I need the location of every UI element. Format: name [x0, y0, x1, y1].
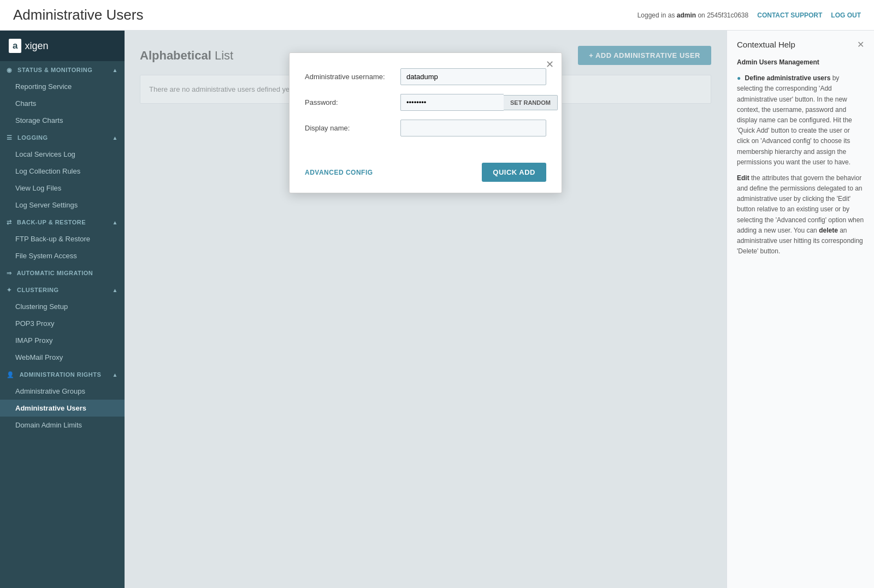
logo-letter: a	[13, 40, 17, 51]
sidebar-item-webmail-proxy[interactable]: WebMail Proxy	[0, 349, 125, 366]
sidebar-item-storage-charts[interactable]: Storage Charts	[0, 112, 125, 129]
topbar-left: Administrative Users	[13, 7, 143, 23]
sidebar-item-domain-admin-limits[interactable]: Domain Admin Limits	[0, 417, 125, 433]
help-panel-close-button[interactable]: ✕	[857, 39, 864, 50]
sidebar-item-pop3-proxy[interactable]: POP3 Proxy	[0, 315, 125, 332]
help-text: Admin Users Management ● Define administ…	[737, 57, 864, 257]
display-name-row: Display name:	[305, 120, 546, 136]
sidebar-item-log-server-settings[interactable]: Log Server Settings	[0, 197, 125, 213]
logo-text: xigen	[25, 40, 48, 52]
admin-rights-icon: 👤	[7, 371, 15, 378]
nav-section-administration-rights[interactable]: 👤 ADMINISTRATION RIGHTS ▲	[0, 366, 125, 383]
help-section-title: Admin Users Management	[737, 58, 819, 66]
display-name-input[interactable]	[400, 120, 546, 136]
modal-body: Administrative username: Password: SET R…	[290, 53, 562, 156]
chevron-up-icon-clustering: ▲	[113, 287, 118, 293]
sidebar-item-charts[interactable]: Charts	[0, 95, 125, 112]
help-panel-title: Contextual Help	[737, 40, 795, 49]
password-label: Password:	[305, 98, 400, 106]
advanced-config-button[interactable]: ADVANCED CONFIG	[305, 169, 373, 176]
topbar: Administrative Users Logged in as admin …	[0, 0, 874, 31]
sidebar-item-local-services-log[interactable]: Local Services Log	[0, 146, 125, 163]
main-layout: a xigen ◉ STATUS & MONITORING ▲ Reportin…	[0, 31, 874, 588]
password-row: Password: SET RANDOM	[305, 94, 546, 111]
logo-box: a	[9, 39, 21, 53]
modal-close-button[interactable]: ✕	[546, 60, 554, 69]
chevron-up-icon-admin: ▲	[113, 372, 118, 378]
clustering-icon: ✦	[7, 287, 12, 293]
page-title: Administrative Users	[13, 7, 143, 23]
nav-section-automatic-migration[interactable]: ⇒ AUTOMATIC MIGRATION	[0, 264, 125, 281]
logging-icon: ☰	[7, 134, 13, 141]
content-area: Alphabetical List + ADD ADMINISTRATIVE U…	[125, 31, 727, 588]
nav-section-status-monitoring[interactable]: ◉ STATUS & MONITORING ▲	[0, 61, 125, 78]
status-monitoring-icon: ◉	[7, 67, 13, 73]
nav-section-clustering[interactable]: ✦ CLUSTERING ▲	[0, 281, 125, 298]
display-name-label: Display name:	[305, 124, 400, 132]
chevron-up-icon-logging: ▲	[113, 135, 118, 141]
sidebar: a xigen ◉ STATUS & MONITORING ▲ Reportin…	[0, 31, 125, 588]
modal-footer: ADVANCED CONFIG QUICK ADD	[290, 156, 562, 193]
sidebar-item-reporting-service[interactable]: Reporting Service	[0, 78, 125, 95]
help-paragraph-2: Edit the attributes that govern the beha…	[737, 173, 864, 257]
help-paragraph-1: ● Define administrative users by selecti…	[737, 73, 864, 168]
sidebar-item-administrative-users[interactable]: Administrative Users	[0, 400, 125, 417]
help-panel: Contextual Help ✕ Admin Users Management…	[727, 31, 874, 588]
topbar-right: Logged in as admin on 2545f31c0638 CONTA…	[637, 11, 861, 19]
password-field-group: SET RANDOM	[400, 94, 558, 111]
sidebar-item-log-collection-rules[interactable]: Log Collection Rules	[0, 163, 125, 180]
sidebar-item-ftp-backup-restore[interactable]: FTP Back-up & Restore	[0, 230, 125, 247]
backup-icon: ⇄	[7, 219, 12, 225]
username-input[interactable]	[400, 68, 546, 85]
chevron-up-icon: ▲	[113, 67, 118, 73]
username-label: Administrative username:	[305, 73, 400, 81]
sidebar-item-file-system-access[interactable]: File System Access	[0, 247, 125, 264]
logout-link[interactable]: LOG OUT	[831, 11, 861, 19]
contact-support-link[interactable]: CONTACT SUPPORT	[757, 11, 822, 19]
username-row: Administrative username:	[305, 68, 546, 85]
sidebar-item-clustering-setup[interactable]: Clustering Setup	[0, 298, 125, 315]
logged-in-info: Logged in as admin on 2545f31c0638	[637, 11, 749, 19]
modal-overlay: ✕ Administrative username: Password: SET…	[125, 31, 727, 588]
logo-area: a xigen	[0, 31, 125, 61]
sidebar-item-imap-proxy[interactable]: IMAP Proxy	[0, 332, 125, 349]
migration-icon: ⇒	[7, 270, 12, 276]
password-input[interactable]	[400, 94, 504, 111]
sidebar-item-administrative-groups[interactable]: Administrative Groups	[0, 383, 125, 400]
sidebar-item-view-log-files[interactable]: View Log Files	[0, 180, 125, 197]
nav-section-logging[interactable]: ☰ LOGGING ▲	[0, 129, 125, 146]
set-random-button[interactable]: SET RANDOM	[504, 95, 558, 110]
add-user-modal: ✕ Administrative username: Password: SET…	[289, 52, 562, 193]
chevron-up-icon-backup: ▲	[113, 219, 118, 225]
quick-add-button[interactable]: QUICK ADD	[482, 163, 546, 182]
help-panel-header: Contextual Help ✕	[737, 39, 864, 50]
nav-section-backup-restore[interactable]: ⇄ BACK-UP & RESTORE ▲	[0, 213, 125, 230]
